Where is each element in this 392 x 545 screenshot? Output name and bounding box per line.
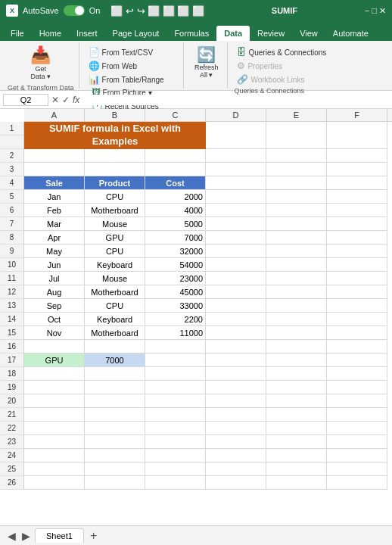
cell-b7[interactable]: Mouse <box>85 217 145 231</box>
row-header-16[interactable]: 16 <box>0 340 23 353</box>
cell-c4-header[interactable]: Cost <box>145 176 206 190</box>
cell-b4-header[interactable]: Product <box>85 176 145 190</box>
cell-a21[interactable] <box>24 408 85 422</box>
cell-b5[interactable]: CPU <box>85 190 145 204</box>
row-header-7[interactable]: 7 <box>0 217 23 231</box>
cell-e25[interactable] <box>266 462 327 476</box>
from-web-button[interactable]: 🌐 From Web <box>86 59 167 73</box>
properties-button[interactable]: ⚙ Properties <box>234 59 329 73</box>
cell-a9[interactable]: May <box>24 244 85 258</box>
cell-e7[interactable] <box>266 217 327 231</box>
cell-f26[interactable] <box>327 476 387 490</box>
cell-a20[interactable] <box>24 394 85 408</box>
cell-f3[interactable] <box>327 163 387 176</box>
row-header-9[interactable]: 9 <box>0 244 23 258</box>
cell-e23[interactable] <box>266 435 327 449</box>
row-header-17[interactable]: 17 <box>0 353 23 367</box>
cell-c25[interactable] <box>145 462 206 476</box>
cell-c12[interactable]: 45000 <box>145 285 206 299</box>
row-header-22[interactable]: 22 <box>0 422 23 435</box>
formula-input[interactable] <box>82 95 389 105</box>
cell-c26[interactable] <box>145 476 206 490</box>
cell-d11[interactable] <box>206 272 266 285</box>
row-header-title2[interactable] <box>0 135 23 149</box>
cell-d18[interactable] <box>206 367 266 381</box>
cell-d6[interactable] <box>206 204 266 217</box>
cell-b8[interactable]: GPU <box>85 231 145 244</box>
cell-a17-result[interactable]: GPU <box>24 353 85 367</box>
cell-e19[interactable] <box>266 381 327 394</box>
cell-e20[interactable] <box>266 394 327 408</box>
cell-d4[interactable] <box>206 176 266 190</box>
row-header-14[interactable]: 14 <box>0 313 23 326</box>
cell-d26[interactable] <box>206 476 266 490</box>
cell-a1-merged[interactable]: SUMIF formula in Excel withExamples <box>24 122 206 149</box>
cell-f12[interactable] <box>327 285 387 299</box>
cell-a22[interactable] <box>24 422 85 435</box>
cell-d9[interactable] <box>206 244 266 258</box>
cell-b23[interactable] <box>85 435 145 449</box>
formula-cancel-icon[interactable]: ✕ <box>51 95 59 105</box>
row-header-24[interactable]: 24 <box>0 449 23 462</box>
row-header-25[interactable]: 25 <box>0 462 23 476</box>
cell-b24[interactable] <box>85 449 145 462</box>
row-header-12[interactable]: 12 <box>0 285 23 299</box>
cell-f20[interactable] <box>327 394 387 408</box>
cell-c23[interactable] <box>145 435 206 449</box>
cell-e21[interactable] <box>266 408 327 422</box>
cell-d12[interactable] <box>206 285 266 299</box>
cell-f15[interactable] <box>327 326 387 340</box>
tab-home[interactable]: Home <box>32 26 69 41</box>
cell-d13[interactable] <box>206 299 266 313</box>
cell-c20[interactable] <box>145 394 206 408</box>
cell-b16[interactable] <box>85 340 145 353</box>
cell-f17[interactable] <box>327 353 387 367</box>
cell-b19[interactable] <box>85 381 145 394</box>
cell-b11[interactable]: Mouse <box>85 272 145 285</box>
from-text-csv-button[interactable]: 📄 From Text/CSV <box>86 45 167 59</box>
row-header-1[interactable]: 1 <box>0 122 23 135</box>
row-header-6[interactable]: 6 <box>0 204 23 217</box>
cell-b2[interactable] <box>85 149 145 163</box>
cell-e18[interactable] <box>266 367 327 381</box>
cell-f22[interactable] <box>327 422 387 435</box>
cell-d22[interactable] <box>206 422 266 435</box>
add-sheet-button[interactable]: + <box>87 529 100 543</box>
row-header-19[interactable]: 19 <box>0 381 23 394</box>
cell-d25[interactable] <box>206 462 266 476</box>
cell-e14[interactable] <box>266 313 327 326</box>
cell-c6[interactable]: 4000 <box>145 204 206 217</box>
cell-b26[interactable] <box>85 476 145 490</box>
cell-e3[interactable] <box>266 163 327 176</box>
cell-f2[interactable] <box>327 149 387 163</box>
cell-d2[interactable] <box>206 149 266 163</box>
cell-c7[interactable]: 5000 <box>145 217 206 231</box>
cell-f6[interactable] <box>327 204 387 217</box>
refresh-all-button[interactable]: 🔄 Refresh All ▾ <box>190 44 223 80</box>
cell-f10[interactable] <box>327 258 387 272</box>
cell-c24[interactable] <box>145 449 206 462</box>
cell-a3[interactable] <box>24 163 85 176</box>
cell-f13[interactable] <box>327 299 387 313</box>
cell-f1[interactable] <box>327 122 387 149</box>
row-header-4[interactable]: 4 <box>0 176 23 190</box>
queries-connections-button[interactable]: 🗄 Queries & Connections <box>234 45 329 59</box>
col-header-f[interactable]: F <box>327 109 387 121</box>
tab-automate[interactable]: Automate <box>325 26 376 41</box>
cell-e16[interactable] <box>266 340 327 353</box>
cell-f11[interactable] <box>327 272 387 285</box>
cell-d10[interactable] <box>206 258 266 272</box>
cell-e6[interactable] <box>266 204 327 217</box>
cell-e24[interactable] <box>266 449 327 462</box>
cell-b18[interactable] <box>85 367 145 381</box>
get-data-button[interactable]: 📥 GetData ▾ <box>26 44 56 82</box>
cell-a6[interactable]: Feb <box>24 204 85 217</box>
cell-c15[interactable]: 11000 <box>145 326 206 340</box>
cell-d23[interactable] <box>206 435 266 449</box>
cell-a18[interactable] <box>24 367 85 381</box>
tab-file[interactable]: File <box>3 26 32 41</box>
from-table-button[interactable]: 📊 From Table/Range <box>86 73 167 86</box>
cell-b17-result[interactable]: 7000 <box>85 353 145 367</box>
cell-a8[interactable]: Apr <box>24 231 85 244</box>
cell-a23[interactable] <box>24 435 85 449</box>
